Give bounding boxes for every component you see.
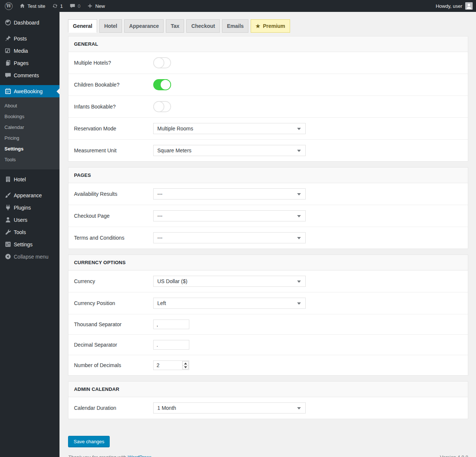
- sidebar-item-label: Settings: [14, 242, 33, 247]
- sidebar-item-comments[interactable]: Comments: [0, 69, 60, 81]
- save-changes-button[interactable]: Save changes: [68, 436, 110, 447]
- wordpress-link[interactable]: WordPress: [128, 454, 151, 457]
- plug-icon: [4, 204, 12, 211]
- section-general: GENERAL Multiple Hotels? Children Bookab…: [68, 36, 468, 162]
- collapse-menu-button[interactable]: Collapse menu: [0, 250, 60, 263]
- tab-general[interactable]: General: [68, 19, 97, 33]
- howdy-greeting: Howdy, user: [436, 3, 462, 9]
- save-row: Save changes: [68, 436, 468, 447]
- sidebar-subitem-about[interactable]: About: [0, 100, 60, 111]
- setting-row-infants-bookable: Infants Bookable?: [68, 95, 468, 117]
- sidebar-item-hotel[interactable]: Hotel: [0, 173, 60, 185]
- currency-position-select[interactable]: Left: [153, 298, 306, 309]
- footer-thanks-text: Thank you for creating with: [68, 454, 126, 457]
- section-currency-options: CURRENCY OPTIONS Currency US Dollar ($) …: [68, 255, 468, 376]
- footer: Thank you for creating with WordPress. V…: [68, 451, 468, 457]
- site-name-menu[interactable]: Test site: [16, 0, 49, 12]
- sidebar-item-awebooking[interactable]: AweBooking: [0, 85, 60, 97]
- setting-row-availability-results: Availability Results ---: [68, 183, 468, 205]
- chevron-down-icon: [297, 237, 301, 239]
- site-name: Test site: [28, 3, 45, 9]
- setting-label: Children Bookable?: [74, 82, 153, 88]
- setting-row-reservation-mode: Reservation Mode Multiple Rooms: [68, 117, 468, 139]
- tab-premium-label: Premium: [263, 20, 285, 32]
- sidebar-item-label: Hotel: [14, 176, 26, 182]
- setting-row-calendar-duration: Calendar Duration 1 Month: [68, 397, 468, 419]
- menu-separator: [0, 81, 60, 85]
- sidebar-item-label: Posts: [14, 36, 27, 42]
- comments-menu[interactable]: 0: [66, 0, 84, 12]
- setting-label: Infants Bookable?: [74, 104, 153, 110]
- setting-label: Measurement Unit: [74, 148, 153, 153]
- sidebar-subitem-bookings[interactable]: Bookings: [0, 111, 60, 122]
- checkout-page-select[interactable]: ---: [153, 210, 306, 221]
- tab-hotel[interactable]: Hotel: [99, 19, 122, 33]
- children-bookable-toggle[interactable]: [153, 79, 171, 90]
- wp-logo-menu[interactable]: W: [1, 0, 16, 12]
- tab-emails[interactable]: Emails: [222, 19, 248, 33]
- setting-label: Number of Decimals: [74, 362, 153, 368]
- wrench-icon: [4, 228, 12, 236]
- sidebar-item-label: Pages: [14, 60, 29, 66]
- number-spinner[interactable]: [182, 361, 189, 369]
- setting-label: Decimal Separator: [74, 342, 153, 348]
- chevron-down-icon: [297, 215, 301, 217]
- calendar-duration-select[interactable]: 1 Month: [153, 402, 306, 414]
- measurement-unit-select[interactable]: Square Meters: [153, 145, 306, 156]
- sidebar-subitem-settings[interactable]: Settings: [0, 143, 60, 154]
- section-title-currency-options: CURRENCY OPTIONS: [68, 255, 468, 270]
- sidebar-item-users[interactable]: Users: [0, 214, 60, 226]
- comments-icon: [4, 72, 12, 79]
- sliders-icon: [4, 241, 12, 248]
- tab-premium[interactable]: ★ Premium: [251, 19, 290, 33]
- select-value: ---: [157, 191, 163, 197]
- number-of-decimals-stepper: [153, 360, 189, 370]
- tab-appearance[interactable]: Appearance: [124, 19, 164, 33]
- thousand-separator-input[interactable]: [153, 320, 189, 329]
- sidebar-subitem-calendar[interactable]: Calendar: [0, 122, 60, 133]
- spinner-divider: [183, 365, 188, 366]
- tab-tax[interactable]: Tax: [166, 19, 184, 33]
- decimal-separator-input[interactable]: [153, 340, 189, 350]
- select-value: US Dollar ($): [157, 278, 187, 284]
- updates-menu[interactable]: 1: [49, 0, 66, 12]
- user-icon: [4, 216, 12, 223]
- update-icon: [52, 3, 58, 9]
- collapse-menu-label: Collapse menu: [14, 254, 48, 260]
- sidebar-item-pages[interactable]: Pages: [0, 57, 60, 69]
- sidebar-item-posts[interactable]: Posts: [0, 32, 60, 45]
- infants-bookable-toggle[interactable]: [153, 101, 171, 112]
- setting-row-currency: Currency US Dollar ($): [68, 270, 468, 292]
- wordpress-logo-icon: W: [5, 2, 13, 10]
- sidebar-item-plugins[interactable]: Plugins: [0, 201, 60, 214]
- sidebar-subitem-tools[interactable]: Tools: [0, 154, 60, 165]
- footer-suffix: .: [151, 454, 153, 457]
- setting-label: Currency: [74, 278, 153, 284]
- new-content-menu[interactable]: New: [84, 0, 108, 12]
- chevron-down-icon: [297, 407, 301, 409]
- sidebar-item-media[interactable]: Media: [0, 45, 60, 57]
- sidebar-item-settings[interactable]: Settings: [0, 238, 60, 250]
- tab-checkout[interactable]: Checkout: [186, 19, 220, 33]
- reservation-mode-select[interactable]: Multiple Rooms: [153, 123, 306, 134]
- multiple-hotels-toggle[interactable]: [153, 57, 171, 68]
- availability-results-select[interactable]: ---: [153, 188, 306, 200]
- update-count: 1: [60, 3, 63, 9]
- setting-label: Multiple Hotels?: [74, 60, 153, 66]
- currency-select[interactable]: US Dollar ($): [153, 276, 306, 287]
- sidebar-item-tools[interactable]: Tools: [0, 226, 60, 238]
- spinner-down-icon[interactable]: [184, 366, 187, 368]
- spinner-up-icon[interactable]: [184, 363, 187, 364]
- dashboard-icon: [4, 19, 12, 26]
- sidebar-item-dashboard[interactable]: Dashboard: [0, 16, 60, 29]
- sidebar-item-label: Plugins: [14, 205, 31, 211]
- sidebar-subitem-pricing[interactable]: Pricing: [0, 133, 60, 143]
- terms-and-conditions-select[interactable]: ---: [153, 232, 306, 243]
- sidebar-item-appearance[interactable]: Appearance: [0, 189, 60, 201]
- menu-separator: [0, 29, 60, 32]
- menu-separator: [0, 185, 60, 189]
- setting-label: Calendar Duration: [74, 405, 153, 411]
- account-menu[interactable]: Howdy, user: [432, 0, 476, 12]
- setting-label: Thousand Separator: [74, 321, 153, 327]
- chevron-down-icon: [297, 302, 301, 305]
